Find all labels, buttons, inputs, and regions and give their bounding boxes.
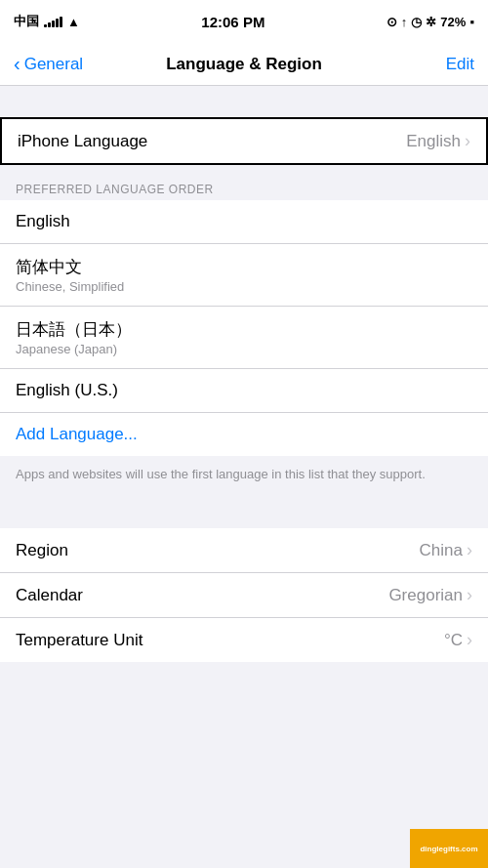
region-value: China	[420, 541, 463, 560]
watermark-text: dinglegifts.com	[420, 845, 477, 853]
temperature-label: Temperature Unit	[16, 631, 142, 650]
footer-text: Apps and websites will use the first lan…	[0, 456, 488, 493]
list-item-main: 简体中文 Chinese, Simplified	[16, 256, 124, 294]
language-subtitle: Japanese (Japan)	[16, 342, 132, 356]
iphone-language-section: iPhone Language English ›	[0, 117, 488, 165]
bluetooth-icon: ✲	[426, 15, 436, 29]
region-label: Region	[16, 541, 68, 560]
temperature-item[interactable]: Temperature Unit °C ›	[0, 618, 488, 662]
signal-icon	[44, 16, 62, 27]
section-gap-1	[0, 165, 488, 175]
language-title: 简体中文	[16, 256, 124, 278]
list-item-main: English	[16, 212, 70, 231]
list-item[interactable]: 日本語（日本） Japanese (Japan)	[0, 307, 488, 369]
temperature-value: °C	[444, 631, 463, 650]
list-item[interactable]: 简体中文 Chinese, Simplified	[0, 244, 488, 307]
status-right: ⊙ ↑ ◷ ✲ 72% ▪	[386, 15, 474, 29]
add-language-item[interactable]: Add Language...	[0, 413, 488, 456]
calendar-value: Gregorian	[388, 586, 463, 605]
iphone-language-right: English ›	[406, 131, 470, 151]
iphone-language-value: English	[406, 132, 461, 151]
nav-bar: ‹ General Language & Region Edit	[0, 43, 488, 86]
iphone-language-item[interactable]: iPhone Language English ›	[2, 119, 486, 163]
list-item[interactable]: English	[0, 200, 488, 244]
language-subtitle: Chinese, Simplified	[16, 279, 124, 294]
region-item[interactable]: Region China ›	[0, 528, 488, 573]
chevron-right-icon: ›	[467, 585, 472, 605]
location-icon: ⊙	[386, 15, 397, 29]
language-title: English (U.S.)	[16, 381, 118, 400]
iphone-language-label: iPhone Language	[18, 132, 147, 151]
battery-label: 72%	[440, 15, 466, 29]
preferred-language-list: English 简体中文 Chinese, Simplified 日本語（日本）…	[0, 200, 488, 456]
region-list: Region China › Calendar Gregorian › Temp…	[0, 528, 488, 662]
status-left: 中国 ▲	[14, 13, 80, 30]
wifi-icon: ▲	[67, 15, 80, 29]
list-item[interactable]: English (U.S.)	[0, 369, 488, 413]
section-gap-2	[0, 493, 488, 528]
preferred-section-header: PREFERRED LANGUAGE ORDER	[0, 175, 488, 200]
alarm-icon: ◷	[411, 15, 422, 29]
back-button[interactable]: ‹ General	[14, 55, 83, 74]
battery-icon: ▪	[469, 15, 474, 29]
calendar-label: Calendar	[16, 586, 83, 605]
watermark: dinglegifts.com	[410, 829, 488, 868]
status-bar: 中国 ▲ 12:06 PM ⊙ ↑ ◷ ✲ 72% ▪	[0, 0, 488, 43]
language-title: English	[16, 212, 70, 231]
region-right: China ›	[420, 540, 472, 560]
status-time: 12:06 PM	[201, 14, 264, 30]
arrow-icon: ↑	[401, 15, 408, 29]
language-title: 日本語（日本）	[16, 318, 132, 341]
page-title: Language & Region	[166, 55, 322, 74]
add-language-label: Add Language...	[16, 425, 138, 444]
list-item-main: 日本語（日本） Japanese (Japan)	[16, 318, 132, 356]
calendar-right: Gregorian ›	[388, 585, 472, 605]
temperature-right: °C ›	[444, 630, 472, 650]
calendar-item[interactable]: Calendar Gregorian ›	[0, 573, 488, 618]
chevron-right-icon: ›	[465, 131, 470, 151]
list-item-main: English (U.S.)	[16, 381, 118, 400]
chevron-right-icon: ›	[467, 630, 472, 650]
edit-button[interactable]: Edit	[446, 55, 474, 74]
carrier-label: 中国	[14, 13, 39, 30]
back-chevron-icon: ‹	[14, 54, 20, 73]
chevron-right-icon: ›	[467, 540, 472, 560]
back-label: General	[24, 55, 83, 74]
